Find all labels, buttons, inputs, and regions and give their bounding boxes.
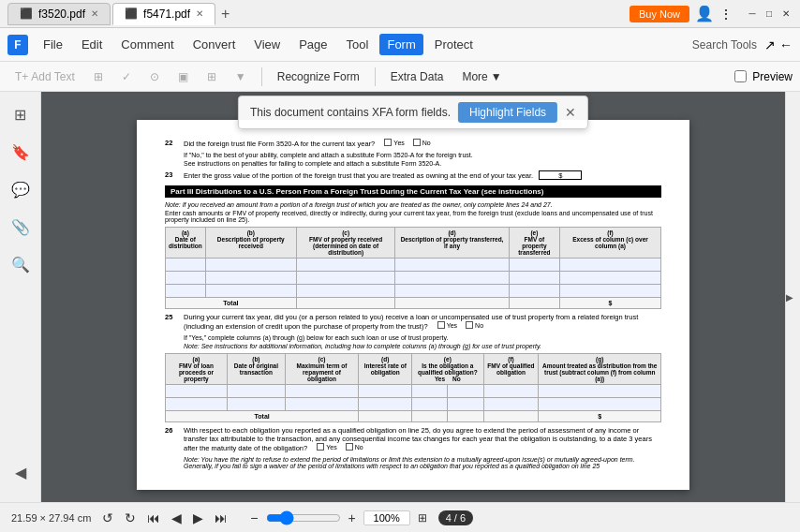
cell-24-2-d[interactable] <box>395 272 509 285</box>
cell-25-2-eno[interactable] <box>448 398 483 411</box>
cell-24-1-d[interactable] <box>395 259 509 272</box>
cell-25-1-a[interactable] <box>166 385 228 398</box>
more-options-icon[interactable]: ⋮ <box>719 7 733 22</box>
first-page-button[interactable]: ⏮ <box>143 509 164 527</box>
last-page-button[interactable]: ⏭ <box>211 509 231 527</box>
buy-now-button[interactable]: Buy Now <box>630 6 689 22</box>
cell-24-3-d[interactable] <box>395 285 509 298</box>
menu-comment[interactable]: Comment <box>113 34 181 55</box>
total-24-c[interactable] <box>296 298 395 309</box>
highlight-fields-button[interactable]: Highlight Fields <box>458 102 557 123</box>
total-25-g[interactable]: $ <box>539 411 661 422</box>
more-button[interactable]: More▼ <box>454 67 509 86</box>
cell-24-2-f[interactable] <box>560 272 661 285</box>
cell-25-1-b[interactable] <box>228 385 286 398</box>
total-24-d <box>395 298 509 309</box>
cell-25-2-g[interactable] <box>539 398 661 411</box>
xfa-close-button[interactable]: ✕ <box>565 105 576 120</box>
zoom-in-button[interactable]: + <box>345 509 360 527</box>
cell-24-1-b[interactable] <box>205 259 296 272</box>
cell-25-2-b[interactable] <box>228 398 286 411</box>
row25-yes-checkbox[interactable] <box>437 321 445 329</box>
total-24-e[interactable] <box>509 298 559 309</box>
cell-25-2-c[interactable] <box>285 398 359 411</box>
cell-25-1-eyes[interactable] <box>412 385 448 398</box>
menu-edit[interactable]: Edit <box>74 34 110 55</box>
cell-25-2-eyes[interactable] <box>412 398 448 411</box>
close-button[interactable]: ✕ <box>779 7 793 21</box>
row26-no-checkbox[interactable] <box>346 443 353 451</box>
field-button[interactable]: ▣ <box>170 67 196 86</box>
menu-form[interactable]: Form <box>379 34 422 55</box>
cell-24-3-c[interactable] <box>296 285 395 298</box>
dropdown-btn[interactable]: ▼ <box>228 67 254 86</box>
cell-24-3-e[interactable] <box>509 285 559 298</box>
cell-25-1-f[interactable] <box>483 385 539 398</box>
back-icon[interactable]: ← <box>779 37 793 52</box>
cell-25-2-f[interactable] <box>483 398 539 411</box>
cell-24-1-f[interactable] <box>560 259 661 272</box>
cell-25-1-d[interactable] <box>359 385 412 398</box>
sidebar-comment-icon[interactable]: 💬 <box>6 174 36 204</box>
tab-f5471[interactable]: ⬛ f5471.pdf ✕ <box>112 3 215 25</box>
cell-25-2-d[interactable] <box>359 398 412 411</box>
right-collapse-button[interactable]: ▶ <box>786 292 793 303</box>
cell-24-2-a[interactable] <box>166 272 206 285</box>
cell-25-1-g[interactable] <box>539 385 661 398</box>
menu-file[interactable]: File <box>36 34 70 55</box>
zoom-level-input[interactable] <box>363 510 410 525</box>
menu-protect[interactable]: Protect <box>427 34 481 55</box>
cell-24-3-a[interactable] <box>166 285 206 298</box>
cell-24-2-e[interactable] <box>509 272 559 285</box>
external-link-icon[interactable]: ↗ <box>764 37 776 52</box>
maximize-button[interactable]: □ <box>763 7 776 21</box>
new-tab-button[interactable]: + <box>217 6 233 22</box>
row25-no-checkbox[interactable] <box>466 321 473 329</box>
cell-25-1-c[interactable] <box>285 385 359 398</box>
search-tools[interactable]: Search Tools <box>692 38 757 52</box>
no-checkbox[interactable] <box>413 139 421 146</box>
preview-checkbox[interactable] <box>734 70 747 82</box>
row-23-dollar-field[interactable]: $ <box>539 170 582 180</box>
menu-view[interactable]: View <box>246 34 288 55</box>
user-icon[interactable]: 👤 <box>695 5 714 22</box>
sidebar-attach-icon[interactable]: 📎 <box>6 212 36 242</box>
tab1-close[interactable]: ✕ <box>91 8 98 19</box>
rotate-left-button[interactable]: ↺ <box>98 509 117 527</box>
sidebar-bookmark-icon[interactable]: 🔖 <box>6 137 36 167</box>
minimize-button[interactable]: ─ <box>746 7 759 21</box>
check-button[interactable]: ✓ <box>114 67 139 86</box>
zoom-slider[interactable] <box>266 510 341 525</box>
menu-page[interactable]: Page <box>291 34 334 55</box>
cell-24-2-b[interactable] <box>205 272 296 285</box>
next-page-button[interactable]: ▶ <box>189 509 207 527</box>
cell-24-3-f[interactable] <box>560 285 661 298</box>
row26-yes-checkbox[interactable] <box>317 443 324 451</box>
align-button[interactable]: ⊞ <box>86 67 111 86</box>
zoom-out-button[interactable]: − <box>246 509 261 527</box>
circle-button[interactable]: ⊙ <box>142 67 167 86</box>
cell-24-3-b[interactable] <box>205 285 296 298</box>
cell-24-1-c[interactable] <box>296 259 395 272</box>
more-fields-button[interactable]: ⊞ <box>200 67 224 86</box>
menu-tool[interactable]: Tool <box>339 34 377 55</box>
rotate-right-button[interactable]: ↻ <box>121 509 140 527</box>
sidebar-collapse-btn[interactable]: ◀ <box>6 457 36 487</box>
menu-convert[interactable]: Convert <box>185 34 244 55</box>
prev-page-button[interactable]: ◀ <box>168 509 185 527</box>
cell-24-2-c[interactable] <box>296 272 395 285</box>
fit-page-button[interactable]: ⊞ <box>414 510 431 526</box>
extra-data-button[interactable]: Extra Data <box>383 67 452 86</box>
cell-25-1-eno[interactable] <box>448 385 483 398</box>
tab2-close[interactable]: ✕ <box>196 8 203 19</box>
add-text-button[interactable]: T+ Add Text <box>7 67 82 86</box>
recognize-form-button[interactable]: Recognize Form <box>270 67 367 86</box>
sidebar-thumb-icon[interactable]: ⊞ <box>6 99 36 129</box>
cell-24-1-a[interactable] <box>166 259 206 272</box>
sidebar-search-icon[interactable]: 🔍 <box>6 249 36 279</box>
cell-24-1-e[interactable] <box>509 259 559 272</box>
cell-25-2-a[interactable] <box>166 398 228 411</box>
tab-f3520[interactable]: ⬛ f3520.pdf ✕ <box>7 3 111 25</box>
total-24-f[interactable]: $ <box>560 298 661 309</box>
yes-checkbox[interactable] <box>384 139 392 146</box>
